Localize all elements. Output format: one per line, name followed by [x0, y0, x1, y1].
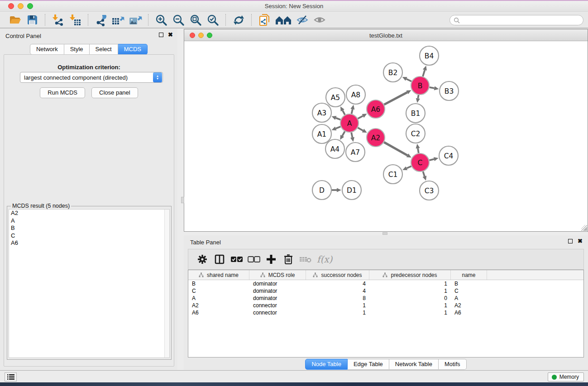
eye-icon[interactable] [312, 13, 327, 27]
table-cell[interactable]: 1 [306, 310, 369, 316]
tab-select[interactable]: Select [90, 44, 118, 55]
graph-node-B4[interactable]: B4 [420, 46, 439, 65]
tab-edge-table[interactable]: Edge Table [348, 359, 389, 370]
vertical-splitter-handle[interactable] [181, 197, 184, 203]
zoom-out-icon[interactable] [171, 13, 186, 27]
close-panel-button[interactable]: Close panel [91, 87, 138, 98]
double-home-icon[interactable] [274, 13, 292, 27]
graph-edge-C-C2[interactable] [416, 144, 420, 153]
import-network-icon[interactable] [51, 13, 65, 27]
deselect-all-icon[interactable] [247, 253, 261, 266]
open-folder-icon[interactable] [8, 13, 22, 27]
table-cell[interactable]: C [451, 288, 487, 294]
graph-node-A7[interactable]: A7 [346, 143, 365, 162]
export-table-icon[interactable] [111, 13, 125, 27]
graph-edge-A-A6[interactable] [358, 114, 367, 119]
zoom-selected-icon[interactable] [206, 13, 220, 27]
graph-node-C2[interactable]: C2 [406, 124, 425, 143]
graph-edge-D-D1[interactable] [332, 188, 341, 192]
graph-node-A3[interactable]: A3 [312, 103, 331, 122]
run-mcds-button[interactable]: Run MCDS [40, 87, 85, 98]
trash-icon[interactable] [282, 253, 295, 266]
graph-node-D1[interactable]: D1 [342, 181, 361, 200]
graph-node-A[interactable]: A [340, 114, 359, 132]
select-all-icon[interactable] [230, 253, 244, 266]
table-cell[interactable]: connector [249, 302, 306, 309]
graph-node-B2[interactable]: B2 [383, 63, 402, 82]
table-cell[interactable]: 1 [369, 288, 451, 294]
graph-edge-B-B4[interactable] [423, 66, 427, 76]
table-cell[interactable]: 8 [306, 295, 369, 301]
table-cell[interactable]: dominator [249, 281, 306, 287]
zoom-fit-icon[interactable] [188, 13, 203, 27]
graph-node-B1[interactable]: B1 [406, 104, 425, 123]
tab-network-table[interactable]: Network Table [389, 359, 439, 370]
refresh-icon[interactable] [231, 13, 246, 27]
graph-edge-C-C1[interactable] [402, 166, 411, 170]
document-share-icon[interactable] [257, 13, 272, 27]
table-cell[interactable]: connector [249, 310, 306, 316]
graph-edge-C-C4[interactable] [429, 157, 438, 161]
float-table-panel-icon[interactable] [568, 239, 573, 243]
table-cell[interactable]: A6 [188, 310, 249, 316]
resize-grip-icon[interactable] [581, 225, 587, 231]
export-image-icon[interactable] [128, 13, 143, 27]
graph-edge-A-A5[interactable] [340, 106, 345, 114]
network-canvas[interactable]: B4B2BB3A5A8A6B1A3AA1C2A2A4A7C4CC1C3DD1 [184, 41, 588, 231]
tab-network[interactable]: Network [30, 44, 64, 55]
table-cell[interactable]: 1 [369, 281, 451, 287]
table-cell[interactable]: 0 [369, 295, 451, 301]
graph-edge-C-C3[interactable] [422, 172, 426, 181]
scrollbar-track[interactable] [164, 210, 169, 357]
column-header-name[interactable]: name [451, 270, 487, 280]
graph-node-A6[interactable]: A6 [367, 100, 385, 118]
graph-edge-A-A7[interactable] [350, 133, 354, 142]
optimization-criterion-select[interactable]: largest connected component (directed) ▲… [20, 72, 163, 83]
close-panel-icon[interactable]: ✖ [168, 33, 173, 37]
task-history-button[interactable] [5, 372, 17, 381]
table-cell[interactable]: A [188, 295, 249, 301]
columns-icon[interactable] [213, 253, 226, 266]
table-cell[interactable]: 1 [369, 310, 451, 316]
graph-edge-A2-C[interactable] [384, 142, 411, 157]
graph-node-C4[interactable]: C4 [439, 146, 458, 165]
eye-slash-icon[interactable] [295, 13, 310, 27]
column-header-predecessor-nodes[interactable]: predecessor nodes [369, 270, 451, 280]
table-row[interactable]: A6connector11A6 [188, 309, 583, 316]
graph-node-C1[interactable]: C1 [383, 165, 402, 184]
table-cell[interactable]: dominator [249, 295, 306, 301]
table-cell[interactable]: B [188, 281, 249, 287]
table-cell[interactable]: 1 [369, 302, 451, 309]
graph-node-C3[interactable]: C3 [420, 181, 439, 200]
graph-node-A4[interactable]: A4 [325, 139, 344, 158]
tab-mcds[interactable]: MCDS [118, 44, 148, 55]
graph-edge-A6-B[interactable] [384, 90, 411, 105]
graph-node-B[interactable]: B [411, 76, 429, 95]
graph-edge-A-A3[interactable] [332, 116, 341, 120]
mcds-result-item[interactable]: A2 [9, 210, 169, 217]
tab-style[interactable]: Style [64, 44, 90, 55]
column-header-shared-name[interactable]: shared name [188, 270, 249, 280]
table-row[interactable]: Cdominator41C [188, 287, 583, 295]
import-table-icon[interactable] [68, 13, 82, 27]
graph-node-A1[interactable]: A1 [312, 124, 331, 143]
graph-node-C[interactable]: C [411, 153, 429, 172]
graph-edge-B-B3[interactable] [430, 86, 439, 90]
graph-edge-A-A1[interactable] [331, 127, 340, 131]
table-row[interactable]: A2connector11A2 [188, 302, 583, 309]
tab-motifs[interactable]: Motifs [439, 359, 467, 370]
table-cell[interactable]: dominator [249, 288, 306, 294]
horizontal-splitter-handle[interactable] [382, 232, 387, 235]
graph-node-B3[interactable]: B3 [440, 81, 459, 100]
graph-node-A2[interactable]: A2 [367, 129, 385, 147]
table-cell[interactable]: A [451, 295, 487, 301]
graph-edge-B-B2[interactable] [402, 77, 411, 81]
graph-edge-A-A8[interactable] [350, 105, 354, 114]
delete-table-icon[interactable] [299, 253, 312, 266]
column-header-successor-nodes[interactable]: successor nodes [306, 270, 369, 280]
function-builder-icon[interactable]: f(x) [317, 254, 332, 265]
table-cell[interactable]: A6 [451, 310, 487, 316]
table-cell[interactable]: B [451, 281, 487, 287]
network-window-titlebar[interactable]: testGlobe.txt [184, 29, 588, 41]
export-network-icon[interactable] [94, 13, 108, 27]
